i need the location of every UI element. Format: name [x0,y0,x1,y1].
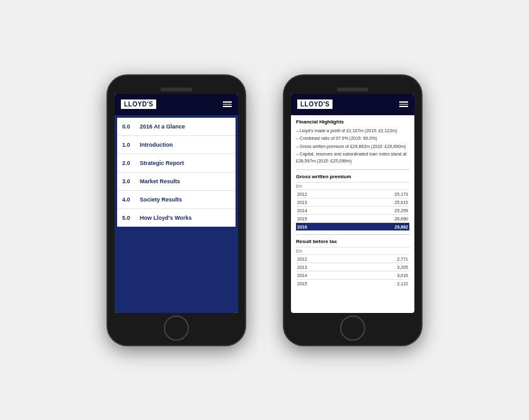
row-year: 2012 [296,255,350,263]
divider-1 [296,169,409,170]
menu-item-number: 2.0 [122,160,136,166]
menu-item[interactable]: 5.0 How Lloyd's Works [117,209,236,227]
menu-item-number: 4.0 [122,196,136,203]
rbt-tbody: 2012 2,771 2013 3,205 2014 3,016 2015 2,… [296,255,409,288]
table-row: 2014 25,259 [296,207,409,215]
menu-item-number: 1.0 [122,142,136,148]
row-year: 2015 [296,215,345,223]
highlight-bullet: – Gross written premium of £29,862m (201… [296,144,409,150]
row-value: 29,862 [345,223,409,231]
table-row: 2013 25,615 [296,198,409,207]
highlight-bullet: – Lloyd's made a profit of £2,107m (2015… [296,128,409,135]
menu-item[interactable]: 3.0 Market Results [117,173,236,191]
menu-item[interactable]: 1.0 Introduction [117,136,236,154]
rbt-unit-header: £m [296,247,350,255]
menu-item-label: How Lloyd's Works [140,215,192,221]
divider-2 [296,234,409,235]
row-value: 3,205 [350,263,409,271]
menu-list: 0.0 2016 At a Glance 1.0 Introduction 2.… [117,118,236,227]
row-value: 25,173 [345,190,409,198]
highlight-bullet: – Capital, reserves and subordinated loa… [296,151,409,164]
table-row: 2012 2,771 [296,255,409,263]
phone-2-screen: LLOYD'S Financial Highlights – Lloyd's m… [291,94,414,313]
row-year: 2015 [296,280,350,288]
hamburger-menu-2[interactable] [399,101,408,107]
gwp-table: £m 2012 25,173 2013 25,615 2014 25,259 2… [296,182,409,230]
table-row: 2015 2,122 [296,280,409,288]
phone-2-header: LLOYD'S [291,94,414,115]
row-year: 2013 [296,198,345,207]
row-value: 25,259 [345,207,409,215]
table-row: 2014 3,016 [296,271,409,280]
lloyds-logo-2: LLOYD'S [297,99,333,109]
row-value: 26,690 [345,215,409,223]
rbt-table: £m 2012 2,771 2013 3,205 2014 3,016 2015… [296,247,409,287]
menu-item-label: 2016 At a Glance [140,123,185,130]
row-value: 25,615 [345,198,409,207]
row-value: 2,122 [350,280,409,288]
gwp-tbody: 2012 25,173 2013 25,615 2014 25,259 2015… [296,190,409,231]
menu-item-label: Market Results [140,178,180,184]
table-row: 2013 3,205 [296,263,409,271]
content-screen[interactable]: Financial Highlights – Lloyd's made a pr… [291,115,414,313]
table-row: 2016 29,862 [296,223,409,231]
menu-item[interactable]: 4.0 Society Results [117,191,236,209]
menu-item-label: Introduction [140,142,173,148]
phone-1-header: LLOYD'S [115,94,238,115]
phone-2: LLOYD'S Financial Highlights – Lloyd's m… [283,75,422,346]
menu-item[interactable]: 0.0 2016 At a Glance [117,118,236,136]
row-year: 2014 [296,207,345,215]
menu-item-number: 0.0 [122,123,136,130]
row-year: 2016 [296,223,345,231]
row-year: 2014 [296,271,350,280]
phone-1: LLOYD'S 0.0 2016 At a Glance 1.0 Introdu… [107,75,246,346]
hamburger-menu-1[interactable] [223,101,232,107]
row-year: 2013 [296,263,350,271]
table-row: 2015 26,690 [296,215,409,223]
gwp-unit-header: £m [296,183,345,190]
phones-container: LLOYD'S 0.0 2016 At a Glance 1.0 Introdu… [107,75,422,346]
menu-item-number: 3.0 [122,178,136,184]
financial-highlights-bullets: – Lloyd's made a profit of £2,107m (2015… [296,128,409,165]
rbt-title: Result before tax [296,239,409,244]
financial-highlights-title: Financial Highlights [296,119,409,125]
menu-screen: 0.0 2016 At a Glance 1.0 Introduction 2.… [115,115,238,313]
lloyds-logo-1: LLOYD'S [121,99,156,109]
menu-item[interactable]: 2.0 Strategic Report [117,154,236,173]
gwp-title: Gross written premium [296,174,409,179]
highlight-bullet: – Combined ratio of 97.9% (2015: 90.0%) [296,135,409,142]
row-year: 2012 [296,190,345,198]
menu-item-label: Strategic Report [140,160,184,166]
menu-item-number: 5.0 [122,215,136,221]
phone-1-screen: LLOYD'S 0.0 2016 At a Glance 1.0 Introdu… [115,94,238,313]
table-row: 2012 25,173 [296,190,409,198]
row-value: 3,016 [350,271,409,280]
menu-item-label: Society Results [140,196,182,203]
row-value: 2,771 [350,255,409,263]
